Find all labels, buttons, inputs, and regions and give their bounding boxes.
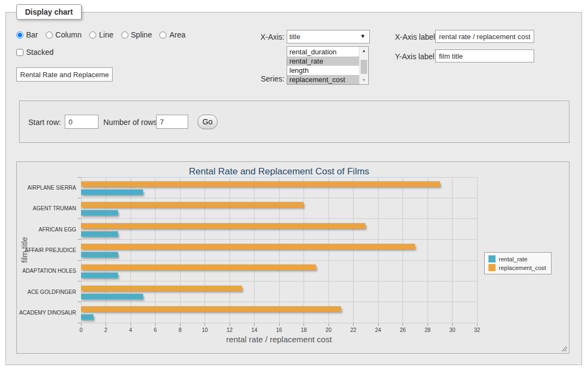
chart-type-radio-column[interactable] bbox=[46, 32, 53, 39]
number-of-rows-input[interactable] bbox=[156, 115, 188, 129]
y-axis-label-input[interactable] bbox=[435, 49, 534, 62]
chart-type-radio-spline[interactable] bbox=[121, 32, 128, 39]
bar-group bbox=[81, 202, 477, 216]
x-axis-tick-label: 30 bbox=[449, 327, 455, 333]
x-axis-title: rental rate / replacement cost bbox=[81, 335, 477, 344]
series-option-length[interactable]: length bbox=[287, 66, 359, 75]
x-axis-tickmark bbox=[81, 323, 82, 326]
x-axis-tickmark bbox=[477, 323, 478, 326]
go-button[interactable]: Go bbox=[197, 115, 218, 129]
x-axis-tick-label: 4 bbox=[129, 327, 132, 333]
number-of-rows-label: Number of rows: bbox=[103, 118, 159, 127]
chart-band-academy-dinosaur: ACADEMY DINOSAUR bbox=[81, 302, 477, 323]
chart-type-option-bar[interactable]: Bar bbox=[16, 30, 38, 39]
chart-type-radio-text: Column bbox=[55, 30, 82, 39]
series-option-rental_rate[interactable]: rental_rate bbox=[287, 57, 359, 66]
bar-rental_rate[interactable] bbox=[81, 231, 118, 236]
bar-rental_rate[interactable] bbox=[81, 252, 118, 257]
legend-item-replacement_cost[interactable]: replacement_cost bbox=[488, 264, 546, 271]
row-range-box bbox=[19, 101, 570, 143]
chart-band-agent-truman: AGENT TRUMAN bbox=[81, 198, 477, 218]
x-axis-tickmark bbox=[205, 323, 205, 326]
x-axis-label-field-label: X-Axis label: bbox=[395, 33, 437, 41]
stacked-checkbox[interactable] bbox=[16, 49, 23, 56]
scroll-down-icon[interactable]: ▼ bbox=[360, 76, 368, 84]
chart-band-ace-goldfinger: ACE GOLDFINGER bbox=[81, 281, 477, 302]
bar-rental_rate[interactable] bbox=[81, 293, 143, 299]
stacked-checkbox-text: Stacked bbox=[26, 48, 54, 57]
series-listbox-label: Series: bbox=[234, 74, 284, 83]
category-label: AFRICAN EGG bbox=[39, 226, 76, 232]
chart-type-radio-text: Spline bbox=[131, 30, 152, 39]
chart-type-radio-bar[interactable] bbox=[16, 32, 23, 39]
x-axis-tick-label: 0 bbox=[79, 327, 83, 333]
chart-type-radio-line[interactable] bbox=[89, 32, 96, 39]
chart-band-affair-prejudice: AFFAIR PREJUDICE bbox=[81, 240, 477, 260]
category-label: AFFAIR PREJUDICE bbox=[25, 247, 76, 253]
resize-grip-icon[interactable] bbox=[561, 346, 567, 352]
series-option-rental_duration[interactable]: rental_duration bbox=[287, 47, 359, 57]
series-scrollbar[interactable]: ▲ ▼ bbox=[359, 47, 368, 84]
x-axis-tickmark bbox=[403, 323, 403, 326]
x-axis-tickmark bbox=[254, 323, 255, 326]
legend-item-rental_rate[interactable]: rental_rate bbox=[488, 255, 546, 262]
y-axis-label-field-label: Y-Axis label: bbox=[395, 52, 437, 61]
bar-group bbox=[81, 223, 477, 236]
x-axis-tick-label: 6 bbox=[154, 327, 157, 333]
chart-legend: rental_ratereplacement_cost bbox=[484, 252, 552, 274]
x-axis-select[interactable]: title bbox=[287, 30, 370, 43]
scrollbar-thumb[interactable] bbox=[361, 60, 367, 74]
bar-rental_rate[interactable] bbox=[81, 190, 143, 195]
legend-swatch-icon bbox=[488, 255, 496, 262]
x-axis-tickmark bbox=[329, 323, 329, 326]
bar-replacement_cost[interactable] bbox=[81, 265, 316, 270]
chart-title-input[interactable] bbox=[16, 67, 113, 81]
x-axis-label-input[interactable] bbox=[435, 30, 534, 43]
scroll-up-icon[interactable]: ▲ bbox=[360, 47, 368, 55]
bar-rental_rate[interactable] bbox=[81, 273, 118, 278]
series-listbox[interactable]: rental_durationrental_ratelengthreplacem… bbox=[287, 46, 369, 85]
y-axis-title: film title bbox=[20, 237, 29, 262]
x-axis-tickmark bbox=[106, 323, 106, 326]
x-axis-select-label: X-Axis: bbox=[234, 33, 284, 41]
chart-type-option-line[interactable]: Line bbox=[89, 30, 113, 39]
x-axis-tick-label: 2 bbox=[104, 327, 108, 333]
x-axis-tickmark bbox=[155, 323, 156, 326]
page: Display chart BarColumnLineSplineArea St… bbox=[0, 0, 588, 370]
stacked-checkbox-row: Stacked bbox=[16, 48, 54, 57]
x-axis-tickmark bbox=[279, 323, 280, 326]
legend-label: replacement_cost bbox=[499, 265, 546, 271]
category-label: ACADEMY DINOSAUR bbox=[19, 309, 76, 315]
chart-type-option-area[interactable]: Area bbox=[159, 30, 185, 39]
x-axis-tick-label: 12 bbox=[226, 327, 232, 333]
x-axis-tickmark bbox=[452, 323, 453, 326]
bar-rental_rate[interactable] bbox=[81, 314, 94, 319]
x-axis-tickmark bbox=[230, 323, 230, 326]
chart-plot-area: AIRPLANE SIERRAAGENT TRUMANAFRICAN EGGAF… bbox=[81, 177, 477, 323]
x-axis-tick-label: 8 bbox=[178, 327, 182, 333]
chart-type-radio-area[interactable] bbox=[159, 32, 166, 39]
bar-replacement_cost[interactable] bbox=[81, 285, 242, 291]
chart-type-option-column[interactable]: Column bbox=[46, 30, 82, 39]
start-row-input[interactable] bbox=[65, 115, 98, 129]
x-axis-tick-label: 22 bbox=[350, 327, 356, 333]
bar-rental_rate[interactable] bbox=[81, 210, 118, 216]
bar-group bbox=[81, 285, 477, 299]
x-axis-tick-label: 10 bbox=[202, 327, 208, 333]
stacked-checkbox-label[interactable]: Stacked bbox=[16, 48, 54, 57]
bar-replacement_cost[interactable] bbox=[81, 181, 440, 187]
bar-replacement_cost[interactable] bbox=[81, 202, 304, 208]
bar-replacement_cost[interactable] bbox=[81, 243, 415, 249]
bar-group bbox=[81, 181, 477, 195]
legend-swatch-icon bbox=[488, 264, 496, 271]
bar-group bbox=[81, 306, 477, 319]
category-label: AGENT TRUMAN bbox=[33, 205, 76, 211]
bar-replacement_cost[interactable] bbox=[81, 306, 341, 311]
bar-replacement_cost[interactable] bbox=[81, 223, 366, 228]
series-option-replacement_cost[interactable]: replacement_cost bbox=[287, 75, 359, 84]
x-axis-tickmark bbox=[304, 323, 304, 326]
x-axis-tickmark bbox=[428, 323, 428, 326]
display-chart-tab[interactable]: Display chart bbox=[16, 4, 82, 20]
chart-type-option-spline[interactable]: Spline bbox=[121, 30, 152, 39]
chart-container: Rental Rate and Replacement Cost of Film… bbox=[16, 161, 570, 354]
